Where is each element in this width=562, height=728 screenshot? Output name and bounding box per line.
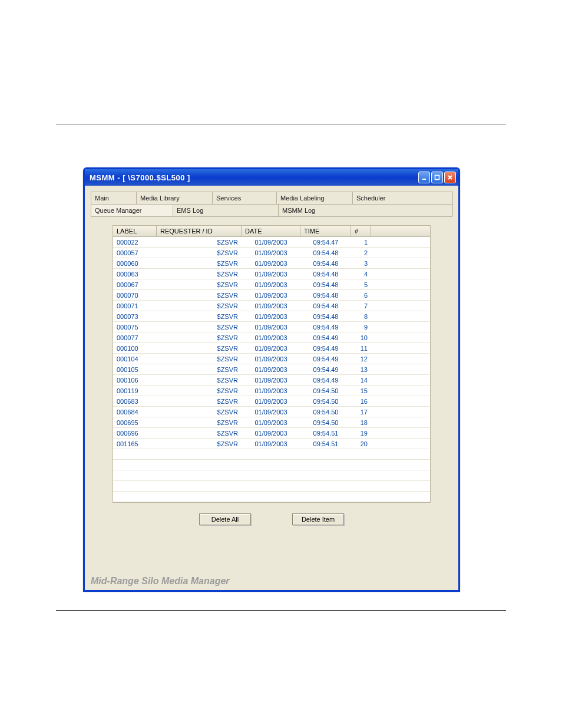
table-row[interactable]: 000067$ZSVR01/09/200309:54.485: [113, 279, 430, 290]
cell-number: 13: [351, 366, 371, 373]
table-row[interactable]: 000060$ZSVR01/09/200309:54.483: [113, 258, 430, 269]
table-row[interactable]: 000106$ZSVR01/09/200309:54.4914: [113, 375, 430, 386]
titlebar[interactable]: MSMM - [ \S7000.$SL500 ]: [85, 169, 458, 186]
table-row[interactable]: 001165$ZSVR01/09/200309:54.5120: [113, 439, 430, 449]
cell-requester: $ZSVR: [157, 419, 242, 426]
minimize-icon: [421, 174, 427, 180]
cell-requester: $ZSVR: [157, 355, 242, 363]
table-row[interactable]: 000077$ZSVR01/09/200309:54.4910: [113, 332, 430, 343]
cell-number: 1: [351, 239, 371, 246]
table-row[interactable]: 000071$ZSVR01/09/200309:54.487: [113, 301, 430, 311]
table-row[interactable]: 000683$ZSVR01/09/200309:54.5016: [113, 396, 430, 407]
divider-top: [56, 124, 506, 124]
footer-caption: Mid-Range Silo Media Manager: [91, 572, 452, 588]
cell-number: 18: [351, 419, 371, 426]
cell-date: 01/09/2003: [242, 366, 300, 373]
cell-label: 000119: [113, 387, 157, 394]
cell-label: 000070: [113, 292, 157, 299]
table-row[interactable]: 000684$ZSVR01/09/200309:54.5017: [113, 407, 430, 417]
cell-date: 01/09/2003: [242, 398, 300, 405]
tab-media-library[interactable]: Media Library: [136, 192, 213, 204]
tab-scheduler[interactable]: Scheduler: [352, 192, 453, 204]
table-row[interactable]: 000075$ZSVR01/09/200309:54.499: [113, 322, 430, 332]
table-row[interactable]: 000695$ZSVR01/09/200309:54.5018: [113, 417, 430, 428]
cell-requester: $ZSVR: [157, 271, 242, 278]
table-row[interactable]: 000070$ZSVR01/09/200309:54.486: [113, 290, 430, 301]
cell-date: 01/09/2003: [242, 387, 300, 394]
cell-time: 09:54.48: [300, 281, 351, 288]
cell-label: 000106: [113, 377, 157, 384]
cell-label: 000067: [113, 281, 157, 288]
cell-label: 001165: [113, 440, 157, 447]
col-label[interactable]: LABEL: [113, 226, 157, 236]
tab-services[interactable]: Services: [212, 192, 277, 204]
table-row[interactable]: 000063$ZSVR01/09/200309:54.484: [113, 269, 430, 279]
cell-number: 15: [351, 387, 371, 394]
table-row[interactable]: 000057$ZSVR01/09/200309:54.482: [113, 248, 430, 258]
app-window: MSMM - [ \S7000.$SL500 ] Main Media Libr…: [83, 167, 460, 592]
table-row[interactable]: 000100$ZSVR01/09/200309:54.4911: [113, 343, 430, 354]
cell-date: 01/09/2003: [242, 281, 300, 288]
cell-time: 09:54.49: [300, 355, 351, 363]
cell-date: 01/09/2003: [242, 440, 300, 447]
tab-media-labeling[interactable]: Media Labeling: [276, 192, 353, 204]
cell-label: 000695: [113, 419, 157, 426]
col-number[interactable]: #: [351, 226, 371, 236]
cell-time: 09:54.51: [300, 440, 351, 447]
cell-date: 01/09/2003: [242, 355, 300, 363]
maximize-button[interactable]: [431, 172, 443, 183]
cell-label: 000077: [113, 334, 157, 341]
table-row-empty: [113, 481, 430, 492]
col-requester[interactable]: REQUESTER / ID: [157, 226, 242, 236]
cell-number: 9: [351, 324, 371, 331]
cell-date: 01/09/2003: [242, 345, 300, 352]
cell-time: 09:54.49: [300, 334, 351, 341]
table-row-empty: [113, 460, 430, 470]
cell-requester: $ZSVR: [157, 239, 242, 246]
cell-label: 000104: [113, 355, 157, 363]
cell-date: 01/09/2003: [242, 302, 300, 309]
cell-time: 09:54.50: [300, 387, 351, 394]
tab-queue-manager[interactable]: Queue Manager: [91, 204, 173, 216]
table-row[interactable]: 000022$ZSVR01/09/200309:54.471: [113, 237, 430, 248]
cell-time: 09:54.48: [300, 271, 351, 278]
table-row[interactable]: 000119$ZSVR01/09/200309:54.5015: [113, 386, 430, 396]
col-spacer: [371, 226, 430, 236]
cell-time: 09:54.48: [300, 313, 351, 320]
cell-time: 09:54.49: [300, 366, 351, 373]
tab-strip: Main Media Library Services Media Labeli…: [91, 192, 452, 217]
delete-all-button[interactable]: Delete All: [199, 513, 251, 525]
cell-time: 09:54.48: [300, 260, 351, 267]
col-time[interactable]: TIME: [300, 226, 351, 236]
cell-number: 7: [351, 302, 371, 309]
cell-requester: $ZSVR: [157, 313, 242, 320]
cell-label: 000683: [113, 398, 157, 405]
delete-item-button[interactable]: Delete Item: [292, 513, 344, 525]
cell-time: 09:54.48: [300, 302, 351, 309]
cell-requester: $ZSVR: [157, 430, 242, 437]
tab-ems-log[interactable]: EMS Log: [173, 204, 279, 216]
cell-requester: $ZSVR: [157, 292, 242, 299]
cell-requester: $ZSVR: [157, 440, 242, 447]
cell-time: 09:54.51: [300, 430, 351, 437]
cell-requester: $ZSVR: [157, 377, 242, 384]
close-button[interactable]: [444, 172, 456, 183]
table-row[interactable]: 000696$ZSVR01/09/200309:54.5119: [113, 428, 430, 439]
minimize-button[interactable]: [418, 172, 430, 183]
cell-number: 6: [351, 292, 371, 299]
cell-date: 01/09/2003: [242, 419, 300, 426]
cell-requester: $ZSVR: [157, 249, 242, 256]
col-date[interactable]: DATE: [242, 226, 300, 236]
cell-time: 09:54.49: [300, 324, 351, 331]
cell-number: 20: [351, 440, 371, 447]
tab-msmm-log[interactable]: MSMM Log: [278, 204, 453, 216]
cell-label: 000100: [113, 345, 157, 352]
cell-number: 17: [351, 409, 371, 416]
cell-requester: $ZSVR: [157, 387, 242, 394]
table-row[interactable]: 000105$ZSVR01/09/200309:54.4913: [113, 364, 430, 375]
table-row[interactable]: 000104$ZSVR01/09/200309:54.4912: [113, 354, 430, 364]
tab-main[interactable]: Main: [91, 192, 137, 204]
cell-date: 01/09/2003: [242, 334, 300, 341]
table-row[interactable]: 000073$ZSVR01/09/200309:54.488: [113, 311, 430, 322]
cell-time: 09:54.48: [300, 249, 351, 256]
